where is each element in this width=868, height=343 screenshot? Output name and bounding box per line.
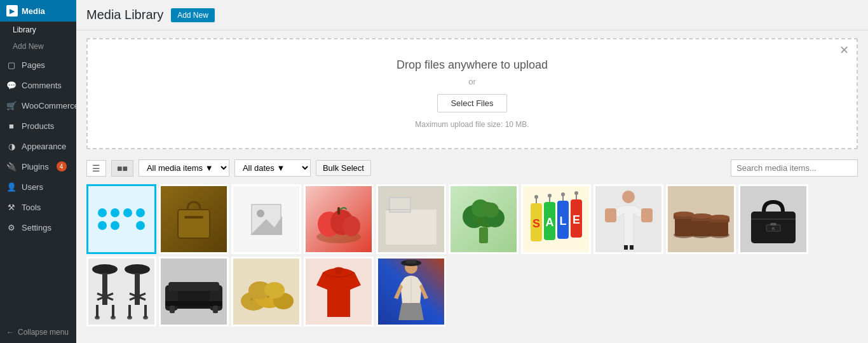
- stool-right-icon: [123, 262, 152, 322]
- media-item[interactable]: [86, 184, 156, 254]
- media-item[interactable]: [159, 184, 229, 254]
- wp-logo-item: [88, 186, 154, 252]
- svg-point-88: [250, 298, 253, 300]
- sidebar-item-products[interactable]: ■ Products: [0, 116, 76, 136]
- svg-text:S: S: [532, 217, 540, 230]
- dots-grid: [98, 208, 145, 230]
- media-item[interactable]: [376, 257, 446, 326]
- sidebar-item-tools[interactable]: ⚒ Tools: [0, 197, 76, 217]
- media-icon: ▶: [6, 5, 18, 17]
- svg-rect-80: [168, 282, 219, 291]
- svg-point-49: [691, 213, 712, 219]
- placeholder-icon: [250, 203, 282, 235]
- plugins-icon: 🔌: [6, 161, 17, 172]
- svg-text:E: E: [573, 213, 580, 226]
- sidebar-item-users[interactable]: 👤 Users: [0, 177, 76, 197]
- comments-icon: 💬: [6, 80, 17, 90]
- placeholder-item: [233, 186, 299, 252]
- svg-rect-61: [102, 273, 107, 305]
- sidebar-item-pages-label: Pages: [22, 60, 45, 70]
- svg-rect-15: [479, 227, 488, 243]
- sidebar-item-add-new[interactable]: Add New: [0, 38, 76, 55]
- svg-rect-0: [178, 210, 210, 238]
- media-item[interactable]: [376, 184, 446, 254]
- grid-view-button[interactable]: ■■: [111, 160, 133, 177]
- media-item[interactable]: B: [738, 184, 808, 254]
- sidebar-item-woocommerce-label: WooCommerce: [22, 101, 76, 111]
- svg-point-20: [484, 203, 499, 218]
- bulk-select-button[interactable]: Bulk Select: [316, 160, 371, 176]
- svg-point-68: [125, 264, 150, 274]
- sidebar-item-woocommerce[interactable]: 🛒 WooCommerce: [0, 95, 76, 116]
- sidebar-item-library[interactable]: Library: [0, 22, 76, 38]
- drop-text: Drop files anywhere to upload: [100, 58, 844, 72]
- bag-icon: [175, 197, 213, 241]
- media-grid: S A L E: [86, 184, 858, 326]
- media-item[interactable]: [304, 184, 374, 254]
- dot: [136, 221, 145, 230]
- plugins-badge: 4: [57, 161, 67, 172]
- svg-point-27: [548, 194, 552, 198]
- svg-point-89: [267, 295, 269, 298]
- dot: [111, 221, 119, 230]
- sidebar-item-settings-label: Settings: [22, 223, 51, 232]
- select-files-button[interactable]: Select Files: [437, 94, 506, 112]
- pots-icon: [671, 194, 731, 245]
- svg-rect-82: [213, 306, 218, 313]
- media-type-filter[interactable]: All media items ▼ Images Audio Video: [139, 159, 229, 177]
- media-item[interactable]: [593, 184, 663, 254]
- sidebar-item-comments-label: Comments: [22, 81, 62, 90]
- upload-close-button[interactable]: ✕: [839, 44, 849, 56]
- svg-point-31: [561, 192, 565, 196]
- sidebar-item-settings[interactable]: ⚙ Settings: [0, 217, 76, 238]
- users-icon: 👤: [6, 182, 17, 192]
- add-new-button[interactable]: Add New: [171, 8, 215, 22]
- media-toolbar: ☰ ■■ All media items ▼ Images Audio Vide…: [86, 159, 858, 177]
- sofa-icon: [162, 266, 226, 317]
- products-icon: ■: [6, 121, 17, 131]
- media-item[interactable]: [231, 184, 301, 254]
- media-item[interactable]: [159, 257, 229, 326]
- pages-icon: ▢: [6, 60, 17, 70]
- media-item[interactable]: [666, 184, 736, 254]
- sidebar-item-plugins[interactable]: 🔌 Plugins 4: [0, 156, 76, 177]
- collapse-arrow-icon: ←: [6, 328, 14, 337]
- media-item[interactable]: [231, 257, 301, 326]
- svg-text:L: L: [560, 215, 567, 227]
- tshirt-person-icon: [605, 189, 653, 250]
- date-filter[interactable]: All dates ▼: [234, 159, 311, 177]
- media-item[interactable]: [86, 257, 156, 326]
- woo-icon: 🛒: [6, 100, 17, 111]
- media-item[interactable]: [304, 257, 374, 326]
- appearance-icon: ◑: [6, 141, 17, 151]
- dot: [136, 208, 145, 217]
- sidebar-item-pages[interactable]: ▢ Pages: [0, 55, 76, 75]
- collapse-menu[interactable]: ← Collapse menu: [0, 321, 76, 343]
- svg-point-37: [622, 191, 635, 203]
- svg-point-53: [709, 215, 729, 220]
- list-view-button[interactable]: ☰: [86, 160, 106, 177]
- sidebar-item-tools-label: Tools: [22, 203, 41, 212]
- main-content-area: Media Library Add New ✕ Drop files anywh…: [76, 0, 868, 343]
- sidebar-item-appearance[interactable]: ◑ Appearance: [0, 136, 76, 156]
- page-header: Media Library Add New: [76, 0, 868, 30]
- search-input[interactable]: [731, 159, 858, 177]
- settings-icon: ⚙: [6, 222, 17, 232]
- svg-rect-10: [337, 207, 340, 215]
- sidebar-header-label: Media: [22, 6, 45, 16]
- sidebar-header[interactable]: ▶ Media: [0, 0, 76, 22]
- svg-rect-81: [170, 306, 175, 313]
- main-scroll-area: ✕ Drop files anywhere to upload or Selec…: [76, 30, 868, 343]
- svg-text:A: A: [546, 216, 554, 229]
- media-item[interactable]: S A L E: [521, 184, 591, 254]
- tools-icon: ⚒: [6, 202, 17, 212]
- page-title: Media Library: [86, 8, 163, 22]
- svg-rect-38: [605, 208, 616, 222]
- sidebar-item-appearance-label: Appearance: [22, 142, 66, 151]
- fashion-icon: [389, 260, 433, 323]
- sidebar-item-products-label: Products: [22, 121, 54, 131]
- potatoes-icon: [238, 266, 295, 317]
- svg-rect-79: [165, 301, 222, 306]
- media-item[interactable]: [449, 184, 519, 254]
- sidebar-item-comments[interactable]: 💬 Comments: [0, 75, 76, 95]
